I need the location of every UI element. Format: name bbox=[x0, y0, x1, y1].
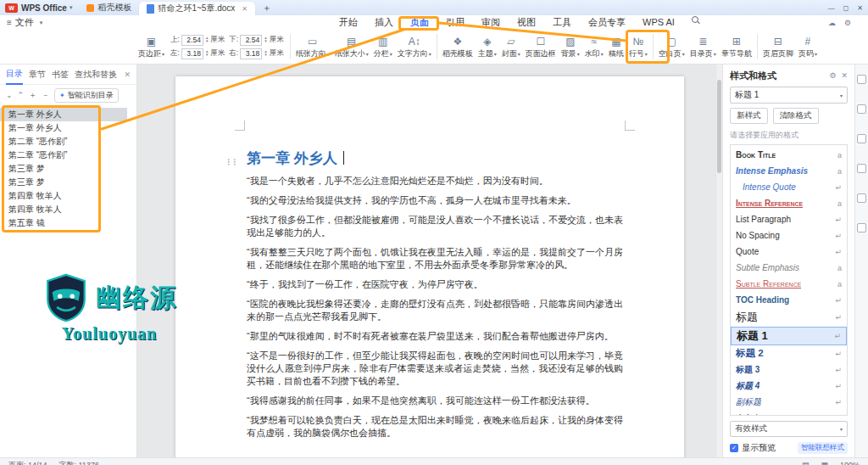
toc-item[interactable]: 第五章 镜 bbox=[0, 216, 127, 230]
spinner-icon[interactable]: ▲▼ bbox=[205, 36, 209, 43]
tab-page[interactable]: 页面 bbox=[402, 15, 437, 30]
cover-button[interactable]: ▱ 封面▾ bbox=[499, 30, 523, 64]
wps-logo[interactable]: W bbox=[5, 3, 18, 13]
chapter-navigation-button[interactable]: ⊞ 章节导航 bbox=[719, 30, 754, 64]
style-item[interactable]: TOC Heading↵ bbox=[731, 292, 847, 308]
background-button[interactable]: ▨ 背景▾ bbox=[559, 30, 582, 64]
style-item[interactable]: List Paragraph↵ bbox=[731, 211, 847, 227]
style-item[interactable]: 标题 4↵ bbox=[731, 378, 847, 394]
paragraph[interactable]: “这不是一份很好的工作，但至少能让我买得起面包，夜晚的空闲时间也可以用来学习，毕… bbox=[247, 350, 623, 388]
header-footer-button[interactable]: ⊟ 页眉页脚 bbox=[760, 30, 796, 64]
drag-handle-icon[interactable]: ⋮⋮ bbox=[225, 153, 236, 171]
smart-toc-button[interactable]: ✦ 智能识别目录 bbox=[54, 88, 119, 103]
sidebar-tab-bookmarks[interactable]: 书签 bbox=[52, 69, 69, 81]
style-item-selected[interactable]: 标题 1↵ bbox=[731, 327, 847, 345]
next-heading-icon[interactable]: ⌃ bbox=[18, 91, 25, 99]
sidebar-tab-toc[interactable]: 目录 bbox=[6, 64, 23, 85]
toc-item[interactable]: 第三章 梦 bbox=[0, 162, 127, 176]
collapse-icon[interactable]: － bbox=[42, 90, 49, 101]
paragraph[interactable]: “我梦想着可以轮换负责白天，现在总是太阳出来时睡觉，夜晚来临后起床，让我的身体变… bbox=[247, 414, 623, 440]
style-item[interactable]: 副标题↵ bbox=[731, 394, 847, 410]
spinner-icon[interactable]: ▲▼ bbox=[264, 50, 267, 57]
style-item[interactable]: 标题↵ bbox=[731, 308, 847, 327]
style-item[interactable]: Intense Emphasisa bbox=[731, 163, 847, 179]
paper-orientation-button[interactable]: ▭ 纸张方向▾ bbox=[293, 30, 332, 64]
style-item[interactable]: Subtle Referencea bbox=[731, 276, 847, 292]
rail-icon[interactable] bbox=[857, 75, 866, 84]
style-item[interactable]: Subtle Emphasisa bbox=[731, 260, 847, 276]
paragraph[interactable]: “我找了很多份工作，但都没能被雇佣，可能是没人喜欢一个不擅长说话，不爱交流，也未… bbox=[247, 214, 623, 239]
toc-item[interactable]: 第二章 “恶作剧” bbox=[0, 135, 127, 148]
style-item[interactable]: No Spacing↵ bbox=[731, 227, 847, 244]
style-filter-dropdown[interactable]: 有效样式 ▾ bbox=[730, 421, 848, 437]
tab-member[interactable]: 会员专享 bbox=[580, 15, 634, 30]
toc-item[interactable]: 第四章 牧羊人 bbox=[0, 189, 127, 203]
paragraph[interactable]: “我得感谢我的前任同事，如果不是他突然离职，我可能连这样一份工作都没法获得。 bbox=[247, 395, 623, 407]
sidebar-tab-chapters[interactable]: 章节 bbox=[29, 69, 46, 81]
paragraph[interactable]: “我是一个失败者，几乎不怎么注意阳光灿烂还是不灿烂，因为没有时间。 bbox=[247, 175, 623, 188]
watermark-button[interactable]: ≈ 水印▾ bbox=[582, 30, 606, 64]
minimize-button[interactable]: — bbox=[828, 4, 835, 12]
margin-top-field[interactable]: 上: 2.54 ▲▼ 厘米 bbox=[170, 35, 225, 46]
blank-page-button[interactable]: ▢ 空白页▾ bbox=[656, 30, 687, 64]
paragraph[interactable]: “那里的气味很难闻，时不时有死者被塞在装尸袋里送来，我们配合着帮他搬进停尸房内。 bbox=[247, 330, 623, 343]
rail-icon[interactable] bbox=[857, 193, 866, 203]
vertical-scrollbar[interactable] bbox=[715, 64, 722, 457]
spinner-icon[interactable]: ▲▼ bbox=[264, 36, 267, 43]
sidebar-tab-find-replace[interactable]: 查找和替换 bbox=[75, 69, 117, 81]
tab-review[interactable]: 审阅 bbox=[473, 15, 509, 30]
file-menu[interactable]: ≡ 文件 ▾ bbox=[0, 16, 49, 29]
tab-tools[interactable]: 工具 bbox=[544, 15, 580, 30]
rail-icon[interactable] bbox=[857, 223, 866, 232]
template-button[interactable]: ❖ 稻壳模板 bbox=[440, 30, 476, 64]
tab-wps-ai[interactable]: WPS AI bbox=[634, 15, 683, 30]
toc-item[interactable]: 第一章 外乡人 bbox=[0, 108, 127, 121]
maximize-button[interactable]: ◻ bbox=[843, 4, 849, 12]
clear-format-button[interactable]: 清除格式 bbox=[773, 108, 819, 124]
scrollbar-thumb[interactable] bbox=[717, 80, 721, 173]
style-item[interactable]: Intense Referencea bbox=[731, 195, 847, 211]
toc-item[interactable]: 第三章 梦 bbox=[0, 176, 127, 189]
close-tab-icon[interactable]: ✕ bbox=[242, 5, 248, 13]
style-item[interactable]: Intense Quote↵ bbox=[731, 179, 847, 195]
settings-icon[interactable]: ⚙ bbox=[829, 71, 836, 80]
page-border-button[interactable]: ☐ 页面边框 bbox=[523, 30, 559, 64]
document-tab[interactable]: 猎命之环1~5章.docx ✕ bbox=[139, 2, 255, 15]
toc-item[interactable]: 第二章 “恶作剧” bbox=[0, 148, 127, 162]
new-style-button[interactable]: 新样式 bbox=[730, 108, 768, 124]
style-item[interactable]: 标题 2↵ bbox=[731, 345, 847, 361]
margin-left-field[interactable]: 左: 3.18 ▲▼ 厘米 bbox=[170, 48, 225, 59]
margin-top-input[interactable]: 2.54 bbox=[181, 35, 203, 46]
paper-size-button[interactable]: ▤ 纸张大小▾ bbox=[332, 30, 371, 64]
toc-item[interactable]: 第一章 外乡人 bbox=[0, 121, 127, 135]
current-style-dropdown[interactable]: 标题 1 ▾ bbox=[730, 87, 848, 104]
margins-button[interactable]: ▣ 页边距▾ bbox=[136, 30, 167, 64]
tab-home[interactable]: 开始 bbox=[331, 15, 366, 30]
rail-icon[interactable] bbox=[857, 104, 866, 114]
text-direction-button[interactable]: A↕ 文字方向▾ bbox=[395, 30, 434, 64]
margin-bottom-input[interactable]: 2.54 bbox=[240, 35, 262, 46]
paragraph[interactable]: “终于，我找到了一份工作，在医院守夜，为停尸房守夜。 bbox=[247, 278, 623, 291]
margin-right-field[interactable]: 右: 3.18 ▲▼ 厘米 bbox=[229, 48, 283, 59]
paragraph[interactable]: “医院的夜晚比我想象得还要冷，走廊的壁灯没有点亮，到处都很昏暗，只能靠房间内渗透… bbox=[247, 298, 623, 323]
chapter-heading[interactable]: ⋮⋮ 第一章 外乡人 bbox=[247, 149, 623, 168]
smart-styles-button[interactable]: 智能联想样式 bbox=[798, 442, 848, 454]
toc-item[interactable]: 第四章 牧羊人 bbox=[0, 203, 127, 216]
margin-left-input[interactable]: 3.18 bbox=[181, 48, 203, 59]
theme-button[interactable]: ◈ 主题▾ bbox=[476, 30, 499, 64]
toc-page-button[interactable]: ≣ 目录页▾ bbox=[687, 30, 719, 64]
style-item[interactable]: Book Titlea bbox=[731, 147, 847, 163]
close-button[interactable]: ✕ bbox=[857, 4, 863, 12]
rail-icon[interactable] bbox=[857, 164, 866, 173]
spinner-icon[interactable]: ▲▼ bbox=[205, 50, 209, 57]
tab-references[interactable]: 引用 bbox=[437, 15, 473, 30]
rail-icon[interactable] bbox=[857, 134, 866, 143]
style-item[interactable]: Quote↵ bbox=[731, 244, 847, 260]
settings-icon[interactable]: ⚙ bbox=[844, 19, 851, 27]
cloud-sync-icon[interactable]: ☁ bbox=[828, 19, 836, 27]
expand-icon[interactable]: ＋ bbox=[29, 90, 36, 101]
document-page[interactable]: ⋮⋮ 第一章 外乡人 “我是一个失败者，几乎不怎么注意阳光灿烂还是不灿烂，因为没… bbox=[175, 76, 684, 457]
grid-paper-button[interactable]: ▦ 稿纸 bbox=[606, 30, 626, 64]
paragraph[interactable]: “我有整整三天只吃了两个面包，饥饿让我在夜里无法入睡，幸运的是，我提前交了一个月… bbox=[247, 246, 623, 272]
tab-insert[interactable]: 插入 bbox=[366, 15, 402, 30]
